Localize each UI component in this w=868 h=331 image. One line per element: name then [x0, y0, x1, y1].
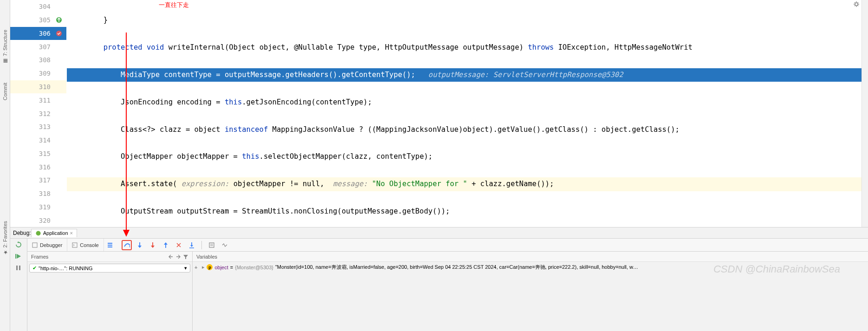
separator	[201, 241, 202, 249]
line-number: 305	[39, 16, 51, 24]
parameter-badge-icon: p	[207, 264, 213, 270]
breakpoint-icon[interactable]	[55, 30, 63, 37]
line-number: 306	[39, 30, 51, 37]
commit-label: Commit	[2, 83, 8, 100]
svg-rect-11	[32, 243, 37, 247]
step-out-button[interactable]	[161, 240, 171, 250]
expand-icon[interactable]: ▸	[202, 264, 205, 270]
line-number: 311	[39, 97, 51, 104]
line-number: 304	[39, 3, 51, 10]
svg-marker-22	[164, 242, 168, 245]
string-literal: "No ObjectMapper for "	[372, 180, 467, 188]
prev-frame-icon[interactable]	[168, 254, 174, 260]
editor-error-stripe[interactable]	[862, 0, 868, 227]
svg-rect-26	[209, 243, 214, 247]
param-hint: message:	[333, 180, 368, 188]
evaluate-button[interactable]	[207, 240, 217, 250]
line-number: 314	[39, 136, 51, 144]
line-number: 308	[39, 56, 51, 64]
override-icon[interactable]	[55, 16, 63, 24]
svg-marker-6	[17, 241, 19, 243]
code-text: JsonEncoding encoding =	[69, 98, 225, 106]
next-frame-icon[interactable]	[175, 254, 181, 260]
line-number: 312	[39, 110, 51, 117]
debug-left-toolbar	[10, 239, 27, 331]
code-text: objectMapper != null,	[229, 180, 333, 188]
debugger-tab[interactable]: Debugger	[27, 239, 67, 251]
code-text: Class<?> clazz = object	[69, 125, 225, 134]
commit-tool-button[interactable]: Commit	[2, 83, 8, 100]
step-over-button[interactable]	[122, 240, 132, 250]
line-number: 309	[39, 70, 51, 77]
debug-title: Debug:	[13, 230, 31, 236]
tab-icon	[32, 242, 38, 248]
tab-label: Application	[43, 230, 68, 236]
code-text: MappingJacksonValue ? ((MappingJacksonVa…	[268, 125, 680, 134]
debug-run-config-tab[interactable]: Application ×	[31, 229, 77, 237]
console-tab[interactable]: Console	[67, 239, 104, 251]
gear-icon[interactable]	[853, 1, 860, 7]
trace-button[interactable]	[220, 240, 230, 250]
svg-marker-20	[151, 246, 155, 248]
frames-pane: Frames ✔ "http-nio-…": RUNNING	[27, 252, 193, 331]
code-text: .selectObjectMapper(clazz, contentType);	[259, 152, 433, 161]
svg-marker-16	[129, 246, 130, 248]
threads-icon	[107, 242, 113, 248]
code-text: Assert.state(	[69, 180, 177, 188]
code-text: writeInternal(Object object, @Nullable T…	[164, 43, 528, 52]
code-text: + clazz.getName());	[467, 180, 554, 188]
thread-name: "http-nio-…": RUNNING	[39, 266, 184, 271]
line-number: 313	[39, 123, 51, 130]
line-number: 317	[39, 176, 51, 184]
line-number: 307	[39, 43, 51, 51]
resume-button[interactable]	[10, 250, 27, 262]
close-icon[interactable]: ×	[70, 230, 73, 236]
threads-button[interactable]	[104, 239, 116, 251]
svg-marker-24	[190, 245, 193, 247]
tab-label: Debugger	[40, 242, 62, 248]
pause-button[interactable]	[10, 262, 27, 273]
keyword: this	[242, 152, 259, 161]
variable-name: object	[214, 265, 228, 270]
debug-toolbar: Debugger Console	[27, 239, 868, 252]
keyword: instanceof	[225, 125, 268, 134]
tab-label: Console	[80, 242, 98, 248]
structure-tool-button[interactable]: ▦ 7: Structure	[2, 30, 8, 64]
svg-rect-10	[19, 266, 20, 270]
force-step-into-button[interactable]	[148, 240, 158, 250]
annotation-text: 一直往下走	[159, 1, 189, 9]
thread-selector[interactable]: ✔ "http-nio-…": RUNNING ▾	[29, 264, 190, 273]
spring-icon	[35, 230, 41, 236]
svg-rect-8	[15, 254, 16, 259]
line-number: 316	[39, 163, 51, 171]
watermark-text: CSDN @ChinaRainbowSea	[713, 263, 840, 275]
svg-marker-7	[17, 254, 21, 259]
keyword: void	[147, 43, 164, 52]
structure-label: 7: Structure	[2, 30, 8, 56]
code-text: OutputStream outputStream = StreamUtils.…	[69, 207, 450, 215]
editor-gutter: 304 305 306 307 308 309 310 311 312 313 …	[10, 0, 67, 227]
star-icon: ★	[2, 249, 8, 255]
step-into-button[interactable]	[135, 240, 145, 250]
code-text: .getJsonEncoding(contentType);	[242, 98, 372, 106]
keyword: this	[225, 98, 242, 106]
run-to-cursor-button[interactable]	[187, 240, 197, 250]
line-number: 318	[39, 190, 51, 197]
rerun-button[interactable]	[10, 239, 27, 250]
line-number: 319	[39, 203, 51, 211]
svg-rect-9	[16, 266, 18, 270]
code-editor[interactable]: 304 305 306 307 308 309 310 311 312 313 …	[10, 0, 868, 227]
add-watch-icon[interactable]: +	[194, 265, 197, 270]
left-tool-sidebar: ▦ 7: Structure Commit ★ 2: Favorites	[0, 0, 10, 331]
drop-frame-button[interactable]	[174, 240, 184, 250]
code-text-area[interactable]: } protected void writeInternal(Object ob…	[67, 0, 862, 227]
pane-title: Frames	[31, 254, 48, 260]
code-text: IOException, HttpMessageNotWrit	[554, 43, 693, 52]
code-text: MediaType contentType = outputMessage.ge…	[69, 71, 415, 79]
code-text: ObjectMapper objectMapper =	[69, 152, 242, 161]
filter-icon[interactable]	[183, 254, 188, 260]
param-hint: expression:	[181, 180, 229, 188]
favorites-tool-button[interactable]: ★ 2: Favorites	[2, 221, 8, 255]
svg-point-4	[36, 231, 40, 235]
check-icon: ✔	[32, 265, 37, 271]
